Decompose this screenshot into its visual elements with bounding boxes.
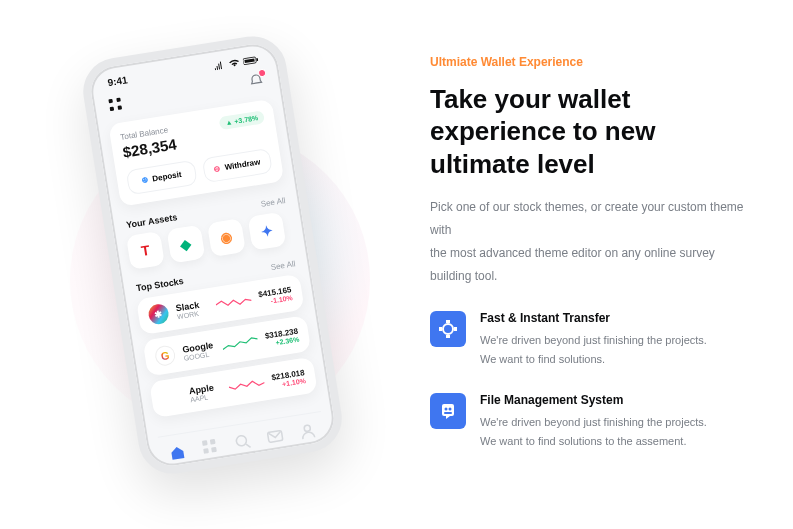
svg-rect-13 — [446, 335, 450, 338]
svg-rect-14 — [439, 327, 442, 331]
nav-mail-icon[interactable] — [264, 426, 285, 447]
svg-rect-15 — [454, 327, 457, 331]
deposit-button[interactable]: ⊕ Deposit — [126, 159, 198, 194]
signal-icon — [213, 60, 226, 70]
google-icon: G — [154, 344, 177, 367]
svg-rect-4 — [209, 438, 215, 444]
withdraw-button[interactable]: ⊖ Withdraw — [201, 147, 273, 182]
notification-badge — [258, 68, 267, 77]
svg-point-10 — [303, 424, 310, 431]
asset-tesla[interactable]: T — [126, 230, 165, 269]
sparkline-icon — [221, 334, 259, 353]
nav-search-icon[interactable] — [232, 431, 253, 452]
svg-line-8 — [245, 443, 250, 448]
stocks-see-all[interactable]: See All — [270, 258, 296, 271]
marketing-copy: Ultmiate Wallet Experience Take your wal… — [400, 55, 753, 474]
feature-transfer: Fast & Instant Transfer We're driven bey… — [430, 311, 753, 368]
feature-title: File Management System — [480, 393, 707, 407]
deposit-icon: ⊕ — [141, 175, 149, 185]
sparkline-icon — [228, 375, 266, 394]
phone-mockup: 9:41 — [78, 31, 346, 478]
asset-blob[interactable]: ✦ — [247, 211, 286, 250]
arrow-up-icon: ▲ — [225, 118, 233, 126]
feature-title: Fast & Instant Transfer — [480, 311, 707, 325]
description: Pick one of our stock themes, or create … — [430, 196, 753, 287]
menu-grid-icon[interactable] — [108, 97, 124, 113]
svg-rect-2 — [256, 57, 258, 60]
sparkline-icon — [214, 292, 252, 311]
withdraw-icon: ⊖ — [213, 163, 221, 173]
bottom-nav — [158, 410, 326, 466]
status-time: 9:41 — [107, 74, 128, 88]
transfer-icon — [430, 311, 466, 347]
apple-icon — [160, 385, 183, 408]
files-icon — [430, 393, 466, 429]
feature-files: File Management System We're driven beyo… — [430, 393, 753, 450]
svg-rect-16 — [442, 404, 454, 416]
feature-text: We're driven beyond just finishing the p… — [480, 413, 707, 450]
nav-grid-icon[interactable] — [199, 436, 220, 457]
svg-rect-19 — [444, 412, 452, 414]
svg-rect-12 — [446, 320, 450, 323]
svg-point-11 — [443, 324, 453, 334]
assets-see-all[interactable]: See All — [260, 195, 286, 208]
notifications-button[interactable] — [247, 71, 266, 93]
slack-icon: ✱ — [147, 302, 170, 325]
battery-icon — [242, 54, 259, 64]
eyebrow: Ultmiate Wallet Experience — [430, 55, 753, 69]
feature-text: We're driven beyond just finishing the p… — [480, 331, 707, 368]
svg-point-18 — [449, 407, 452, 410]
status-icons — [213, 54, 260, 69]
asset-neo[interactable]: ◆ — [167, 224, 206, 263]
svg-rect-5 — [203, 448, 209, 454]
assets-title: Your Assets — [125, 212, 177, 230]
hero-visual: 9:41 — [40, 35, 400, 495]
svg-rect-6 — [211, 446, 217, 452]
asset-rocket[interactable]: ◉ — [207, 218, 246, 257]
svg-rect-3 — [201, 440, 207, 446]
headline: Take your wallet experience to new ultim… — [430, 83, 753, 181]
wifi-icon — [228, 57, 241, 67]
stocks-title: Top Stocks — [135, 275, 184, 292]
svg-point-7 — [235, 435, 246, 446]
nav-home-icon[interactable] — [167, 441, 188, 462]
svg-point-17 — [445, 407, 448, 410]
balance-change-badge: ▲ +3.78% — [219, 110, 265, 130]
nav-profile-icon[interactable] — [297, 421, 318, 442]
